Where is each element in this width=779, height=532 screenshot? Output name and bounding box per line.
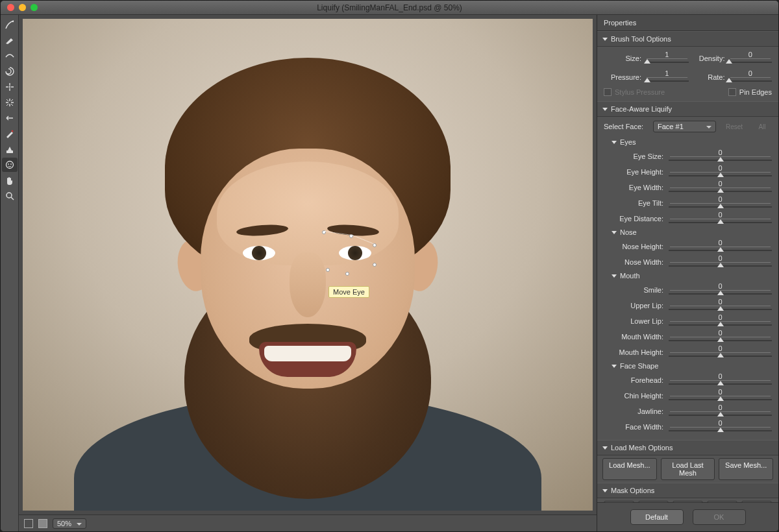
size-label: Size: (604, 54, 641, 62)
face-handle[interactable] (326, 268, 330, 272)
subsection-nose-header[interactable]: Nose (604, 226, 772, 238)
size-slider[interactable]: 1 (645, 51, 689, 66)
section-mask-header[interactable]: Mask Options (597, 483, 778, 498)
param-row: Lower Lip:0 (604, 313, 772, 328)
svg-point-0 (12, 21, 13, 22)
param-slider[interactable]: 0 (669, 329, 772, 344)
param-slider[interactable]: 0 (669, 282, 772, 297)
select-face-dropdown[interactable]: Face #1 (653, 121, 716, 132)
load-last-mesh-button[interactable]: Load Last Mesh (661, 458, 715, 480)
freeze-mask-tool[interactable] (2, 127, 18, 141)
view-mode-a-icon[interactable] (24, 519, 33, 528)
param-row: Eye Distance:0 (604, 211, 772, 226)
density-label: Density: (693, 54, 725, 62)
subsection-shape-header[interactable]: Face Shape (604, 360, 772, 372)
param-value: 0 (670, 180, 771, 188)
param-label: Eye Size: (604, 152, 663, 160)
param-row: Eye Width:0 (604, 180, 772, 195)
load-mesh-button[interactable]: Load Mesh... (602, 458, 657, 480)
all-button[interactable]: All (752, 123, 772, 130)
subsection-mouth-header[interactable]: Mouth (604, 270, 772, 282)
param-slider[interactable]: 0 (669, 180, 772, 195)
reconstruct-tool[interactable] (2, 33, 18, 47)
thaw-mask-tool[interactable] (2, 142, 18, 156)
status-bar: 50% (19, 514, 597, 531)
stylus-pressure-checkbox: Stylus Pressure (604, 88, 665, 96)
param-label: Nose Width: (604, 258, 663, 266)
maximize-icon[interactable] (31, 4, 38, 11)
param-value: 0 (670, 195, 771, 204)
svg-point-6 (6, 193, 12, 198)
param-slider[interactable]: 0 (669, 164, 772, 179)
minimize-icon[interactable] (19, 4, 26, 11)
param-row: Nose Height:0 (604, 239, 772, 254)
section-mesh-header[interactable]: Load Mesh Options (597, 440, 778, 455)
section-brush-header[interactable]: Brush Tool Options (597, 31, 778, 47)
pucker-tool[interactable] (2, 80, 18, 94)
dialog-footer: Default OK (597, 502, 778, 531)
rate-slider[interactable]: 0 (729, 69, 773, 84)
param-slider[interactable]: 0 (669, 313, 772, 328)
reset-button[interactable]: Reset (720, 123, 748, 130)
mesh-buttons: Load Mesh... Load Last Mesh Save Mesh... (597, 455, 778, 483)
param-slider[interactable]: 0 (669, 298, 772, 313)
param-row: Eye Height:0 (604, 164, 772, 179)
param-slider[interactable]: 0 (669, 345, 772, 359)
hand-tool[interactable] (2, 173, 18, 187)
param-slider[interactable]: 0 (669, 254, 772, 269)
param-value: 0 (670, 254, 771, 263)
param-slider[interactable]: 0 (669, 372, 772, 387)
param-value: 0 (670, 298, 771, 306)
section-label: Mask Options (611, 487, 654, 494)
window-body: Move Eye 50% Properties Brush Tool Optio… (1, 15, 778, 531)
param-slider[interactable]: 0 (669, 211, 772, 226)
document-image: Move Eye (23, 19, 593, 511)
save-mesh-button[interactable]: Save Mesh... (719, 458, 773, 480)
properties-scroll[interactable]: Brush Tool Options Size: 1 Density: 0 Pr… (597, 31, 778, 502)
forward-warp-tool[interactable] (2, 18, 18, 32)
param-slider[interactable]: 0 (669, 419, 772, 434)
face-handle[interactable] (373, 263, 377, 267)
param-row: Smile:0 (604, 282, 772, 297)
subsection-eyes-header[interactable]: Eyes (604, 136, 772, 148)
bloat-tool[interactable] (2, 95, 18, 110)
param-slider[interactable]: 0 (669, 149, 772, 163)
view-mode-b-icon[interactable] (38, 519, 47, 528)
zoom-select[interactable]: 50% (53, 518, 86, 529)
tooltip: Move Eye (328, 286, 369, 298)
param-value: 0 (670, 149, 771, 157)
ok-button[interactable]: OK (693, 509, 746, 525)
pressure-slider[interactable]: 1 (645, 69, 689, 84)
default-button[interactable]: Default (630, 509, 684, 525)
liquify-window: Liquify (SmilingManFAL_End.psd @ 50%) (0, 0, 779, 532)
param-slider[interactable]: 0 (669, 195, 772, 210)
param-label: Eye Distance: (604, 215, 663, 223)
param-label: Chin Height: (604, 392, 663, 400)
face-tool[interactable] (2, 158, 18, 172)
properties-title: Properties (597, 15, 778, 31)
param-value: 0 (670, 404, 771, 412)
canvas[interactable]: Move Eye (19, 15, 597, 514)
param-row: Nose Width:0 (604, 254, 772, 269)
zoom-tool[interactable] (2, 189, 18, 203)
section-fal-header[interactable]: Face-Aware Liquify (597, 101, 778, 117)
smooth-tool[interactable] (2, 49, 18, 63)
face-handle[interactable] (345, 272, 349, 276)
param-row: Eye Size:0 (604, 149, 772, 163)
zoom-value: 50% (57, 520, 71, 527)
pin-edges-checkbox[interactable]: Pin Edges (728, 88, 772, 96)
param-label: Eye Height: (604, 168, 663, 176)
param-slider[interactable]: 0 (669, 404, 772, 418)
param-row: Upper Lip:0 (604, 298, 772, 313)
subsection-label: Nose (620, 228, 637, 236)
section-fal-body: Select Face: Face #1 Reset All EyesEye S… (597, 117, 778, 440)
param-value: 0 (670, 329, 771, 337)
param-slider[interactable]: 0 (669, 239, 772, 254)
twirl-tool[interactable] (2, 64, 18, 79)
density-slider[interactable]: 0 (729, 51, 773, 66)
svg-point-3 (6, 162, 13, 169)
close-icon[interactable] (7, 4, 14, 11)
titlebar: Liquify (SmilingManFAL_End.psd @ 50%) (1, 1, 778, 15)
param-slider[interactable]: 0 (669, 388, 772, 403)
push-left-tool[interactable] (2, 111, 18, 125)
